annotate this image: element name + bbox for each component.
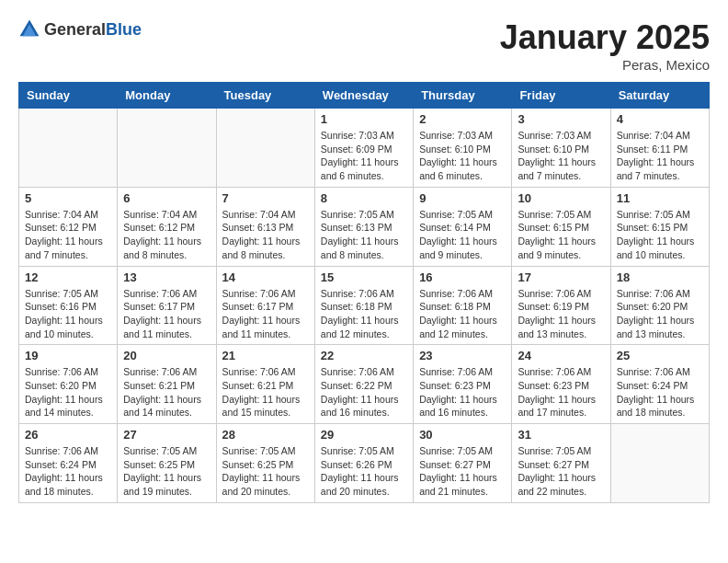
day-number: 21	[222, 349, 309, 362]
calendar-cell: 4Sunrise: 7:04 AM Sunset: 6:11 PM Daylig…	[610, 109, 709, 188]
day-info: Sunrise: 7:03 AM Sunset: 6:10 PM Dayligh…	[419, 129, 506, 183]
calendar-cell	[216, 109, 314, 188]
calendar-cell: 21Sunrise: 7:06 AM Sunset: 6:21 PM Dayli…	[216, 345, 314, 424]
calendar-cell: 11Sunrise: 7:05 AM Sunset: 6:15 PM Dayli…	[610, 187, 709, 266]
calendar-cell: 5Sunrise: 7:04 AM Sunset: 6:12 PM Daylig…	[19, 187, 118, 266]
calendar-cell	[118, 109, 216, 188]
logo-general: General	[44, 20, 106, 39]
day-info: Sunrise: 7:03 AM Sunset: 6:09 PM Dayligh…	[321, 129, 407, 183]
weekday-header: Sunday	[19, 83, 118, 109]
calendar-cell: 31Sunrise: 7:05 AM Sunset: 6:27 PM Dayli…	[512, 424, 610, 503]
day-number: 29	[321, 428, 407, 442]
day-info: Sunrise: 7:05 AM Sunset: 6:15 PM Dayligh…	[518, 208, 604, 262]
day-number: 17	[518, 270, 604, 284]
day-info: Sunrise: 7:04 AM Sunset: 6:12 PM Dayligh…	[123, 208, 210, 262]
calendar-cell	[610, 424, 709, 503]
calendar-cell: 2Sunrise: 7:03 AM Sunset: 6:10 PM Daylig…	[414, 109, 512, 188]
day-number: 4	[617, 112, 703, 126]
day-number: 16	[419, 270, 506, 284]
day-number: 11	[617, 191, 703, 205]
day-info: Sunrise: 7:06 AM Sunset: 6:24 PM Dayligh…	[25, 444, 111, 499]
day-number: 18	[617, 270, 703, 284]
day-info: Sunrise: 7:05 AM Sunset: 6:27 PM Dayligh…	[518, 444, 604, 499]
calendar-cell: 30Sunrise: 7:05 AM Sunset: 6:27 PM Dayli…	[414, 424, 512, 503]
weekday-header: Friday	[512, 83, 610, 109]
calendar-cell: 10Sunrise: 7:05 AM Sunset: 6:15 PM Dayli…	[512, 187, 610, 266]
day-number: 9	[419, 191, 506, 205]
day-number: 22	[321, 349, 407, 362]
day-info: Sunrise: 7:06 AM Sunset: 6:23 PM Dayligh…	[518, 365, 604, 419]
day-number: 10	[518, 191, 604, 205]
calendar-cell: 26Sunrise: 7:06 AM Sunset: 6:24 PM Dayli…	[19, 424, 118, 503]
day-info: Sunrise: 7:03 AM Sunset: 6:10 PM Dayligh…	[518, 129, 604, 183]
day-info: Sunrise: 7:06 AM Sunset: 6:17 PM Dayligh…	[222, 287, 309, 341]
day-info: Sunrise: 7:06 AM Sunset: 6:20 PM Dayligh…	[25, 365, 111, 419]
day-number: 14	[222, 270, 309, 284]
day-number: 23	[419, 349, 506, 362]
day-info: Sunrise: 7:04 AM Sunset: 6:11 PM Dayligh…	[617, 129, 703, 183]
day-info: Sunrise: 7:06 AM Sunset: 6:19 PM Dayligh…	[518, 287, 604, 341]
calendar-cell: 13Sunrise: 7:06 AM Sunset: 6:17 PM Dayli…	[118, 266, 216, 345]
day-number: 3	[518, 112, 604, 126]
day-number: 31	[518, 428, 604, 442]
day-info: Sunrise: 7:06 AM Sunset: 6:17 PM Dayligh…	[123, 287, 210, 341]
day-info: Sunrise: 7:05 AM Sunset: 6:25 PM Dayligh…	[222, 444, 309, 499]
location-title: Peras, Mexico	[500, 57, 710, 73]
calendar-cell: 19Sunrise: 7:06 AM Sunset: 6:20 PM Dayli…	[19, 345, 118, 424]
calendar-cell: 1Sunrise: 7:03 AM Sunset: 6:09 PM Daylig…	[314, 109, 413, 188]
calendar-cell: 27Sunrise: 7:05 AM Sunset: 6:25 PM Dayli…	[118, 424, 216, 503]
day-number: 13	[123, 270, 210, 284]
day-number: 2	[419, 112, 506, 126]
weekday-row: SundayMondayTuesdayWednesdayThursdayFrid…	[19, 83, 710, 109]
weekday-header: Monday	[118, 83, 216, 109]
day-number: 12	[25, 270, 111, 284]
calendar-cell: 12Sunrise: 7:05 AM Sunset: 6:16 PM Dayli…	[19, 266, 118, 345]
calendar-week-row: 19Sunrise: 7:06 AM Sunset: 6:20 PM Dayli…	[19, 345, 710, 424]
calendar-cell: 6Sunrise: 7:04 AM Sunset: 6:12 PM Daylig…	[118, 187, 216, 266]
day-number: 6	[123, 191, 210, 205]
day-info: Sunrise: 7:05 AM Sunset: 6:26 PM Dayligh…	[321, 444, 407, 499]
day-info: Sunrise: 7:05 AM Sunset: 6:13 PM Dayligh…	[321, 208, 407, 262]
day-info: Sunrise: 7:05 AM Sunset: 6:27 PM Dayligh…	[419, 444, 506, 499]
weekday-header: Tuesday	[216, 83, 314, 109]
calendar-cell: 3Sunrise: 7:03 AM Sunset: 6:10 PM Daylig…	[512, 109, 610, 188]
day-number: 27	[123, 428, 210, 442]
calendar-cell: 22Sunrise: 7:06 AM Sunset: 6:22 PM Dayli…	[314, 345, 413, 424]
day-info: Sunrise: 7:06 AM Sunset: 6:18 PM Dayligh…	[419, 287, 506, 341]
day-info: Sunrise: 7:04 AM Sunset: 6:13 PM Dayligh…	[222, 208, 309, 262]
calendar-cell: 25Sunrise: 7:06 AM Sunset: 6:24 PM Dayli…	[610, 345, 709, 424]
logo: GeneralBlue	[18, 18, 142, 40]
page-header: GeneralBlue January 2025 Peras, Mexico	[18, 18, 710, 73]
day-number: 8	[321, 191, 407, 205]
calendar-week-row: 5Sunrise: 7:04 AM Sunset: 6:12 PM Daylig…	[19, 187, 710, 266]
day-number: 19	[25, 349, 111, 362]
day-info: Sunrise: 7:05 AM Sunset: 6:15 PM Dayligh…	[617, 208, 703, 262]
day-info: Sunrise: 7:05 AM Sunset: 6:16 PM Dayligh…	[25, 287, 111, 341]
weekday-header: Thursday	[414, 83, 512, 109]
day-info: Sunrise: 7:05 AM Sunset: 6:25 PM Dayligh…	[123, 444, 210, 499]
calendar-week-row: 26Sunrise: 7:06 AM Sunset: 6:24 PM Dayli…	[19, 424, 710, 503]
calendar-header: SundayMondayTuesdayWednesdayThursdayFrid…	[19, 83, 710, 109]
day-info: Sunrise: 7:06 AM Sunset: 6:18 PM Dayligh…	[321, 287, 407, 341]
calendar-body: 1Sunrise: 7:03 AM Sunset: 6:09 PM Daylig…	[19, 109, 710, 503]
month-title: January 2025	[500, 18, 710, 57]
day-info: Sunrise: 7:06 AM Sunset: 6:21 PM Dayligh…	[123, 365, 210, 419]
day-number: 1	[321, 112, 407, 126]
day-info: Sunrise: 7:06 AM Sunset: 6:23 PM Dayligh…	[419, 365, 506, 419]
calendar-cell: 16Sunrise: 7:06 AM Sunset: 6:18 PM Dayli…	[414, 266, 512, 345]
calendar-cell: 9Sunrise: 7:05 AM Sunset: 6:14 PM Daylig…	[414, 187, 512, 266]
day-number: 30	[419, 428, 506, 442]
day-info: Sunrise: 7:05 AM Sunset: 6:14 PM Dayligh…	[419, 208, 506, 262]
calendar-cell: 28Sunrise: 7:05 AM Sunset: 6:25 PM Dayli…	[216, 424, 314, 503]
calendar-week-row: 12Sunrise: 7:05 AM Sunset: 6:16 PM Dayli…	[19, 266, 710, 345]
day-info: Sunrise: 7:06 AM Sunset: 6:22 PM Dayligh…	[321, 365, 407, 419]
day-number: 20	[123, 349, 210, 362]
calendar-table: SundayMondayTuesdayWednesdayThursdayFrid…	[18, 82, 710, 503]
calendar-week-row: 1Sunrise: 7:03 AM Sunset: 6:09 PM Daylig…	[19, 109, 710, 188]
day-info: Sunrise: 7:06 AM Sunset: 6:21 PM Dayligh…	[222, 365, 309, 419]
day-info: Sunrise: 7:06 AM Sunset: 6:24 PM Dayligh…	[617, 365, 703, 419]
calendar-cell: 24Sunrise: 7:06 AM Sunset: 6:23 PM Dayli…	[512, 345, 610, 424]
calendar-cell: 18Sunrise: 7:06 AM Sunset: 6:20 PM Dayli…	[610, 266, 709, 345]
day-number: 15	[321, 270, 407, 284]
day-number: 5	[25, 191, 111, 205]
